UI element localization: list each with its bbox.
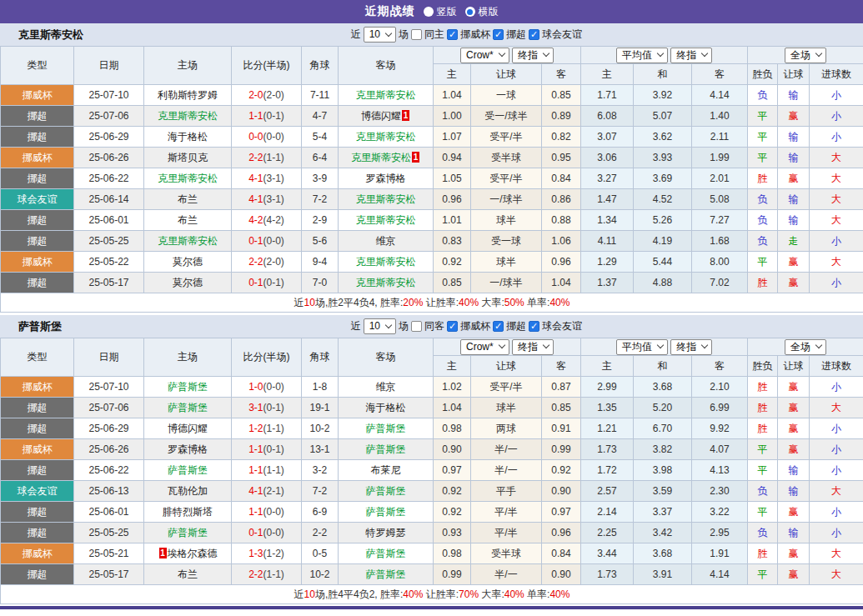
summary-segment: 10 <box>304 588 315 600</box>
team-link[interactable]: 萨普斯堡 <box>168 402 208 413</box>
recent-count-select[interactable]: 10 <box>364 318 396 334</box>
team-link[interactable]: 腓特烈斯塔 <box>163 506 213 518</box>
odds-provider-select[interactable]: Crow* <box>460 339 509 355</box>
team-link[interactable]: 萨普斯堡 <box>366 485 406 497</box>
fulltime-score[interactable]: 4-1 <box>248 173 263 184</box>
fulltime-score[interactable]: 4-1 <box>248 485 263 497</box>
team-link[interactable]: 克里斯蒂安松 <box>356 131 416 143</box>
filter-checkbox-0[interactable] <box>447 29 458 40</box>
fulltime-score[interactable]: 4-2 <box>248 214 263 226</box>
fulltime-score[interactable]: 4-1 <box>248 193 263 205</box>
team-link[interactable]: 斯塔贝克 <box>168 152 208 163</box>
team-link[interactable]: 维京 <box>376 235 396 247</box>
fulltime-score[interactable]: 1-3 <box>248 548 263 559</box>
odds-period-select[interactable]: 终指 <box>512 339 554 355</box>
fulltime-score[interactable]: 0-1 <box>248 527 263 538</box>
team-link[interactable]: 萨普斯堡 <box>366 443 406 455</box>
team-link[interactable]: 萨普斯堡 <box>366 423 406 434</box>
goals-result-cell: 小 <box>810 460 863 481</box>
team-link[interactable]: 萨普斯堡 <box>168 381 208 393</box>
team-link[interactable]: 克里斯蒂安松 <box>351 152 411 163</box>
team-link[interactable]: 博德闪耀 <box>361 110 401 122</box>
same-side-checkbox[interactable] <box>411 29 422 40</box>
avg-select[interactable]: 平均值 <box>616 339 668 355</box>
team-link[interactable]: 克里斯蒂安松 <box>158 173 218 184</box>
team-link[interactable]: 利勒斯特罗姆 <box>158 89 218 101</box>
chevron-down-icon <box>385 321 392 328</box>
team-link[interactable]: 布兰 <box>178 214 198 226</box>
odds-period-select[interactable]: 终指 <box>512 48 554 63</box>
fulltime-score[interactable]: 0-1 <box>248 277 263 288</box>
home-team-cell: 萨普斯堡 <box>144 523 232 543</box>
fulltime-score[interactable]: 1-0 <box>248 381 263 393</box>
team-name[interactable]: 克里斯蒂安松 <box>18 28 83 43</box>
avg-period-select[interactable]: 终指 <box>670 339 712 355</box>
fulltime-score[interactable]: 3-1 <box>248 402 263 413</box>
fulltime-score[interactable]: 1-2 <box>248 423 263 434</box>
team-link[interactable]: 瓦勒伦加 <box>168 485 208 497</box>
radio-vertical-option[interactable]: 竖版 <box>424 5 457 19</box>
corner-cell: 7-2 <box>302 189 339 210</box>
avg-draw-cell: 3.62 <box>634 127 692 148</box>
team-link[interactable]: 莫尔德 <box>173 277 203 288</box>
team-link[interactable]: 博德闪耀 <box>168 423 208 434</box>
team-link[interactable]: 萨普斯堡 <box>366 568 406 580</box>
team-name[interactable]: 萨普斯堡 <box>18 319 62 334</box>
goals-result-cell: 大 <box>810 398 863 418</box>
fulltime-score[interactable]: 1-1 <box>248 464 263 476</box>
team-band: 克里斯蒂安松近10场同主挪威杯挪超球会友谊 <box>0 23 863 46</box>
team-sections: 克里斯蒂安松近10场同主挪威杯挪超球会友谊类型日期主场比分(半场)角球客场Cro… <box>0 23 863 604</box>
team-link[interactable]: 罗森博格 <box>366 173 406 184</box>
team-link[interactable]: 克里斯蒂安松 <box>356 214 416 226</box>
avg-draw-cell: 3.93 <box>634 148 692 168</box>
fulltime-score[interactable]: 1-1 <box>248 506 263 518</box>
team-link[interactable]: 布兰 <box>178 193 198 205</box>
team-link[interactable]: 萨普斯堡 <box>366 548 406 559</box>
radio-horizontal-icon[interactable] <box>465 7 475 17</box>
team-link[interactable]: 萨普斯堡 <box>168 527 208 538</box>
fulltime-score[interactable]: 1-1 <box>248 443 263 455</box>
team-link[interactable]: 布兰 <box>178 568 198 580</box>
team-link[interactable]: 克里斯蒂安松 <box>356 256 416 268</box>
team-link[interactable]: 海于格松 <box>168 131 208 143</box>
filter-checkbox-1[interactable] <box>493 29 504 40</box>
fulltime-score[interactable]: 0-1 <box>248 235 263 247</box>
fulltime-score[interactable]: 2-2 <box>248 256 263 268</box>
fulltime-score[interactable]: 1-1 <box>248 110 263 122</box>
recent-count-select[interactable]: 10 <box>364 27 396 43</box>
fulltime-score[interactable]: 2-0 <box>248 89 263 101</box>
team-link[interactable]: 克里斯蒂安松 <box>356 193 416 205</box>
handicap-cell: 平手 <box>471 481 542 502</box>
fulltime-score[interactable]: 0-0 <box>248 131 263 143</box>
halftime-score: (1-1) <box>263 423 284 434</box>
filter-checkbox-0[interactable] <box>447 321 458 332</box>
team-link[interactable]: 克里斯蒂安松 <box>356 89 416 101</box>
fulltime-score[interactable]: 2-2 <box>248 152 263 163</box>
team-link[interactable]: 维京 <box>376 381 396 393</box>
result-cell: 负 <box>748 231 778 252</box>
scope-select[interactable]: 全场 <box>785 339 826 355</box>
radio-vertical-icon[interactable] <box>424 7 434 17</box>
team-link[interactable]: 克里斯蒂安松 <box>356 277 416 288</box>
avg-away-cell: 2.95 <box>692 523 748 543</box>
scope-select[interactable]: 全场 <box>785 48 826 63</box>
filter-checkbox-1[interactable] <box>493 321 504 332</box>
team-link[interactable]: 萨普斯堡 <box>168 464 208 476</box>
radio-horizontal-option[interactable]: 横版 <box>465 5 499 19</box>
team-link[interactable]: 克里斯蒂安松 <box>158 110 218 122</box>
team-link[interactable]: 克里斯蒂安松 <box>158 235 218 247</box>
fulltime-score[interactable]: 2-2 <box>248 568 263 580</box>
team-link[interactable]: 海于格松 <box>366 402 406 413</box>
avg-period-select[interactable]: 终指 <box>670 48 712 63</box>
odds-provider-select[interactable]: Crow* <box>460 48 509 63</box>
same-side-checkbox[interactable] <box>411 321 422 332</box>
avg-select[interactable]: 平均值 <box>616 48 668 63</box>
team-link[interactable]: 莫尔德 <box>173 256 203 268</box>
team-link[interactable]: 特罗姆瑟 <box>366 527 406 538</box>
team-link[interactable]: 萨普斯堡 <box>366 506 406 518</box>
team-link[interactable]: 罗森博格 <box>168 443 208 455</box>
team-link[interactable]: 埃格尔森德 <box>168 548 218 559</box>
filter-checkbox-2[interactable] <box>529 321 539 332</box>
filter-checkbox-2[interactable] <box>529 29 539 40</box>
team-link[interactable]: 布莱尼 <box>371 464 401 476</box>
